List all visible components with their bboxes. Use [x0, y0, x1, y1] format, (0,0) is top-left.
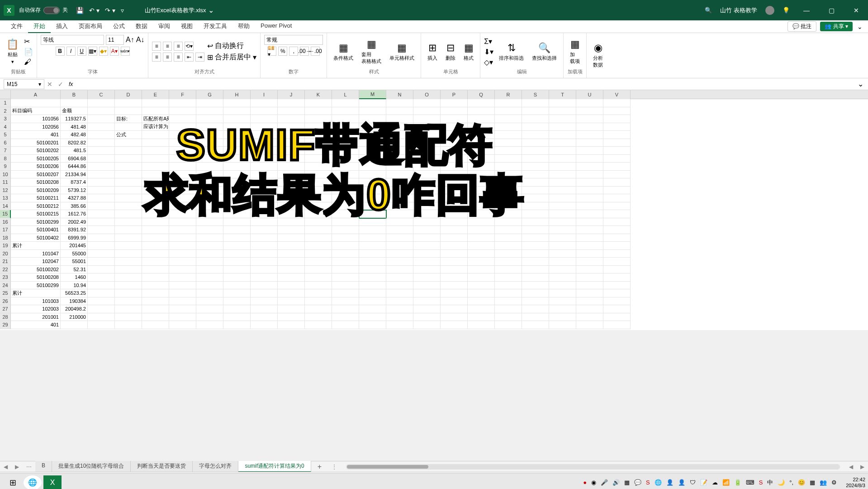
cell-R3[interactable]: [495, 115, 522, 123]
cell-J21[interactable]: [278, 258, 305, 266]
col-header-T[interactable]: T: [549, 90, 576, 99]
cell-B25[interactable]: 56523.25: [61, 289, 88, 297]
cell-B23[interactable]: 1460: [61, 273, 88, 282]
cell-G2[interactable]: [196, 107, 223, 115]
cell-H17[interactable]: [223, 226, 251, 234]
cell-U25[interactable]: [576, 289, 603, 297]
cell-E5[interactable]: [142, 131, 169, 139]
cell-T17[interactable]: [549, 226, 576, 234]
cell-C27[interactable]: [88, 305, 115, 313]
cell-L11[interactable]: [332, 178, 359, 187]
col-header-R[interactable]: R: [495, 90, 522, 99]
toggle-icon[interactable]: [43, 7, 60, 14]
col-header-G[interactable]: G: [196, 90, 223, 99]
cell-M15[interactable]: [359, 210, 386, 218]
cell-V24[interactable]: [603, 282, 631, 290]
cell-V16[interactable]: [603, 218, 631, 226]
close-button[interactable]: ✕: [848, 7, 864, 14]
cell-R2[interactable]: [495, 107, 522, 115]
formula-input[interactable]: [76, 79, 853, 89]
cell-B28[interactable]: 210000: [61, 313, 88, 321]
cell-G29[interactable]: [196, 321, 223, 329]
decrease-decimal-icon[interactable]: ←.00: [311, 47, 320, 56]
format-cells-button[interactable]: ▦格式: [461, 40, 476, 63]
cell-T20[interactable]: [549, 250, 576, 258]
cell-U27[interactable]: [576, 305, 603, 313]
cell-G20[interactable]: [196, 250, 223, 258]
cell-S26[interactable]: [522, 297, 549, 306]
autosum-icon[interactable]: Σ▾: [484, 37, 493, 46]
tray-note-icon[interactable]: 📝: [700, 479, 707, 486]
cell-A20[interactable]: 101047: [11, 250, 61, 258]
fill-icon[interactable]: ⬇▾: [484, 48, 493, 56]
cell-M12[interactable]: [359, 187, 386, 195]
cell-J25[interactable]: [278, 289, 305, 297]
cell-S7[interactable]: [522, 147, 549, 155]
cell-H23[interactable]: [223, 273, 251, 282]
cell-V9[interactable]: [603, 163, 631, 171]
cell-T13[interactable]: [549, 194, 576, 202]
cell-O7[interactable]: [413, 147, 441, 155]
cell-Q24[interactable]: [468, 282, 495, 290]
filename-dropdown-icon[interactable]: ⌄: [208, 6, 214, 14]
cell-A9[interactable]: 50100206: [11, 163, 61, 171]
cell-E11[interactable]: [142, 178, 169, 187]
cell-R8[interactable]: [495, 155, 522, 163]
cell-T23[interactable]: [549, 273, 576, 282]
redo-icon[interactable]: ↷ ▾: [105, 7, 115, 14]
cell-D21[interactable]: [115, 258, 142, 266]
cell-U7[interactable]: [576, 147, 603, 155]
tray-gear-icon[interactable]: ⚙: [831, 479, 837, 486]
cell-F4[interactable]: [169, 123, 196, 131]
cell-L28[interactable]: [332, 313, 359, 321]
cell-U15[interactable]: [576, 210, 603, 218]
cell-O22[interactable]: [413, 266, 441, 274]
cell-A24[interactable]: 50100299: [11, 282, 61, 290]
cell-A14[interactable]: 50100212: [11, 202, 61, 211]
cell-T26[interactable]: [549, 297, 576, 306]
cell-N20[interactable]: [386, 250, 413, 258]
cell-B9[interactable]: 6444.86: [61, 163, 88, 171]
col-header-K[interactable]: K: [305, 90, 332, 99]
cell-I18[interactable]: [251, 234, 278, 242]
sheet-nav-next-icon[interactable]: ▶: [11, 464, 23, 470]
cell-M6[interactable]: [359, 139, 386, 147]
col-header-N[interactable]: N: [386, 90, 413, 99]
cell-B11[interactable]: 8737.4: [61, 178, 88, 187]
cell-I2[interactable]: [251, 107, 278, 115]
cell-O14[interactable]: [413, 202, 441, 211]
cell-P3[interactable]: [441, 115, 468, 123]
cell-S28[interactable]: [522, 313, 549, 321]
cell-A11[interactable]: 50100208: [11, 178, 61, 187]
cell-T29[interactable]: [549, 321, 576, 329]
cell-L8[interactable]: [332, 155, 359, 163]
cell-C9[interactable]: [88, 163, 115, 171]
cell-H22[interactable]: [223, 266, 251, 274]
cell-J23[interactable]: [278, 273, 305, 282]
tray-user2-icon[interactable]: 👤: [678, 479, 685, 486]
cell-M4[interactable]: [359, 123, 386, 131]
cell-H8[interactable]: [223, 155, 251, 163]
cell-R17[interactable]: [495, 226, 522, 234]
cell-O9[interactable]: [413, 163, 441, 171]
cell-Q29[interactable]: [468, 321, 495, 329]
cell-B16[interactable]: 2002.49: [61, 218, 88, 226]
cell-N14[interactable]: [386, 202, 413, 211]
cell-O18[interactable]: [413, 234, 441, 242]
percent-icon[interactable]: %: [278, 47, 287, 56]
cell-T18[interactable]: [549, 234, 576, 242]
cell-E17[interactable]: [142, 226, 169, 234]
cell-S16[interactable]: [522, 218, 549, 226]
cell-K2[interactable]: [305, 107, 332, 115]
cell-H27[interactable]: [223, 305, 251, 313]
col-header-B[interactable]: B: [61, 90, 88, 99]
cell-D9[interactable]: [115, 163, 142, 171]
cell-R9[interactable]: [495, 163, 522, 171]
cell-B13[interactable]: 4327.88: [61, 194, 88, 202]
row-header-5[interactable]: 5: [0, 131, 11, 139]
ribbon-tab-公式[interactable]: 公式: [108, 20, 130, 33]
cell-F28[interactable]: [169, 313, 196, 321]
paste-button[interactable]: 📋粘贴▾: [4, 37, 21, 67]
cell-G16[interactable]: [196, 218, 223, 226]
cell-R21[interactable]: [495, 258, 522, 266]
